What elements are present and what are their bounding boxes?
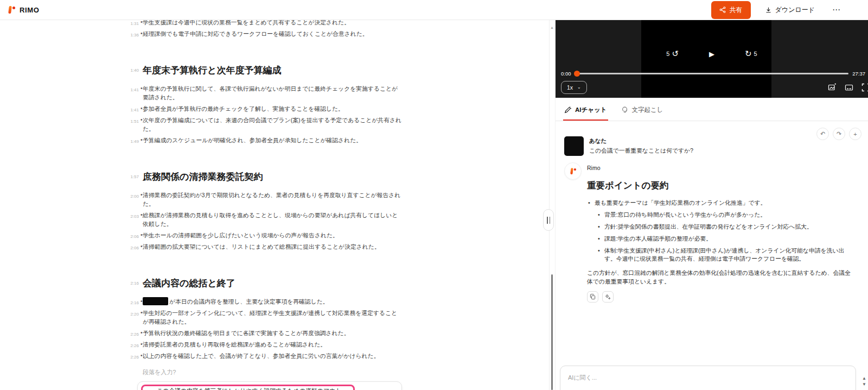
response-actions bbox=[587, 291, 854, 303]
captions-icon[interactable] bbox=[845, 83, 853, 92]
duration: 27:37 bbox=[852, 71, 865, 77]
tab-ai-chat-label: AIチャット bbox=[575, 106, 607, 114]
tab-transcript[interactable]: 文字起こし bbox=[621, 99, 663, 121]
chat-action-buttons: ↶ ↷ + bbox=[816, 128, 861, 140]
section-heading[interactable]: 庶務関係の清掃業務委託契約 bbox=[143, 172, 263, 182]
scroll-down-arrow[interactable]: ▼ bbox=[862, 382, 866, 387]
timestamp-link[interactable]: 2:20 bbox=[128, 310, 139, 319]
scroll-up-arrow[interactable]: ▲ bbox=[862, 376, 866, 381]
redo-button[interactable]: ↷ bbox=[833, 128, 845, 140]
fullscreen-icon[interactable] bbox=[861, 83, 868, 92]
bullet-text[interactable]: 総務課が清掃業務の見積もり取得を進めることとし、現場からの要望があれば共有してほ… bbox=[143, 212, 398, 227]
video-player[interactable]: 5 ↺ ▶ ↻ 5 0:00 27:37 1x ⌄ bbox=[556, 20, 868, 98]
ask-ai-input[interactable] bbox=[567, 374, 851, 381]
assistant-heading: 重要ポイントの要約 bbox=[587, 180, 854, 192]
tab-ai-chat[interactable]: AIチャット bbox=[564, 99, 607, 121]
assistant-message: Rimo 重要ポイントの要約 最も重要なテーマは「学生対応業務のオンライン化推進… bbox=[564, 162, 859, 303]
timestamp-link[interactable]: 1:57 bbox=[128, 174, 139, 179]
timestamp-link[interactable]: 2:06 bbox=[128, 244, 139, 253]
document-scrollbar[interactable]: ▲ bbox=[550, 20, 556, 390]
timestamp-link[interactable]: 2:06 bbox=[128, 232, 139, 241]
section-heading[interactable]: 年度末予算執行と次年度予算編成 bbox=[143, 65, 281, 76]
bullet-text[interactable]: 学生支援課は今週中に現状の業務一覧をまとめて共有することが決定された。 bbox=[143, 20, 350, 26]
forward-5-button[interactable]: ↻ 5 bbox=[742, 48, 761, 59]
bullet-text[interactable]: 参加者全員が予算執行の最終チェックを了解し、実施することを確認した。 bbox=[143, 105, 344, 112]
forward-icon: ↻ bbox=[745, 49, 752, 59]
timestamp-link[interactable]: 2:16 bbox=[128, 281, 139, 286]
share-button[interactable]: 共有 bbox=[711, 1, 751, 19]
assistant-name: Rimo bbox=[587, 165, 854, 171]
bullet-text[interactable]: 清掃委託業者の見積もり再取得を総務課が進めることが確認された。 bbox=[143, 341, 326, 348]
panel-tabs: AIチャット 文字起こし bbox=[556, 98, 868, 121]
timestamp-link[interactable]: 1:31 bbox=[128, 20, 139, 28]
rewind-5-label: 5 bbox=[666, 51, 669, 57]
ask-ai-input-box[interactable] bbox=[560, 366, 856, 390]
timestamp-link[interactable]: 1:36 bbox=[128, 31, 139, 40]
paragraph-input-placeholder[interactable]: 段落を入力? bbox=[143, 368, 402, 376]
user-avatar bbox=[564, 136, 584, 156]
seek-bar[interactable] bbox=[575, 73, 849, 74]
transcript-icon bbox=[621, 106, 629, 114]
download-label: ダウンロード bbox=[775, 5, 815, 15]
copy-button[interactable] bbox=[587, 291, 598, 303]
play-button[interactable]: ▶ bbox=[706, 49, 718, 59]
screenshot-icon[interactable] bbox=[828, 83, 837, 92]
new-chat-button[interactable]: + bbox=[849, 128, 861, 140]
undo-button[interactable]: ↶ bbox=[816, 128, 829, 140]
doc-bullet-row: 2:16 が本日の会議内容を整理し、主要な決定事項を再確認した。 bbox=[128, 297, 402, 306]
scrollbar-up-arrow[interactable]: ▲ bbox=[550, 26, 554, 29]
timestamp-link[interactable]: 2:26 bbox=[128, 330, 139, 339]
bullet-text[interactable]: 経理課側でも電子申請に対応できるワークフローを確認しておくことが合意された。 bbox=[143, 30, 368, 37]
timestamp-link[interactable]: 2:16 bbox=[128, 299, 139, 307]
chevron-down-icon: ⌄ bbox=[577, 86, 581, 89]
timestamp-link[interactable]: 2:26 bbox=[128, 342, 139, 350]
bullet-text[interactable]: 学生ホールの清掃範囲を少し広げたいという現場からの声が報告された。 bbox=[143, 232, 339, 238]
section-heading-row: 1:57 庶務関係の清掃業務委託契約 bbox=[128, 171, 402, 184]
user-message-text: この会議で一番重要なことは何ですか? bbox=[589, 147, 693, 155]
seek-knob[interactable] bbox=[574, 71, 580, 77]
scrollbar-thumb[interactable] bbox=[551, 274, 553, 390]
timestamp-link[interactable]: 1:49 bbox=[128, 137, 139, 146]
rimo-avatar bbox=[564, 162, 582, 180]
rewind-5-button[interactable]: 5 ↺ bbox=[663, 48, 682, 59]
timestamp-link[interactable]: 1:41 bbox=[128, 86, 139, 95]
assistant-sub-point: 方針:奨学金関係の書類提出、在学証明書の発行などをオンライン対応へ拡大。 bbox=[597, 223, 854, 231]
section-heading[interactable]: 会議内容の総括と終了 bbox=[143, 278, 235, 288]
bullet-text[interactable]: 年度末の予算執行に関して、各課で執行漏れがないか明日までに最終チェックを実施する… bbox=[143, 85, 398, 100]
bullet-text[interactable]: が本日の会議内容を整理し、主要な決定事項を再確認した。 bbox=[143, 298, 329, 305]
bullet-text[interactable]: 学生対応の一部オンライン化について、経理課と学生支援課が連携して対応業務を選定す… bbox=[143, 310, 397, 325]
ai-suggestion-item[interactable]: この会議の内容を第三者にわかりやすく説明するための資料のアウトラインを作成して bbox=[141, 385, 355, 390]
top-bar: RIMO 共有 ダウンロード ⋯ bbox=[0, 0, 868, 20]
rimo-logo[interactable]: RIMO bbox=[8, 5, 39, 15]
topbar-actions: 共有 ダウンロード ⋯ bbox=[711, 1, 844, 19]
playback-speed-button[interactable]: 1x ⌄ bbox=[561, 81, 587, 94]
pane-resize-handle[interactable] bbox=[543, 209, 554, 231]
bullet-text[interactable]: 予算執行状況の最終確認を明日までに各課で実施することが再度強調された。 bbox=[143, 330, 349, 336]
document-pane: 1:31 学生支援課は今週中に現状の業務一覧をまとめて共有することが決定された。… bbox=[0, 20, 550, 390]
doc-bullet-row: 2:06 学生ホールの清掃範囲を少し広げたいという現場からの声が報告された。 bbox=[128, 231, 402, 240]
bullet-text[interactable]: 清掃業務の委託契約が3月で期限切れとなるため、業者の見積もりを再度取り直すことが… bbox=[143, 192, 400, 207]
sparkle-icon bbox=[605, 294, 611, 300]
timestamp-link[interactable]: 2:00 bbox=[128, 192, 139, 201]
more-menu-button[interactable]: ⋯ bbox=[829, 4, 844, 16]
bullet-text[interactable]: 以上の内容を確認した上で、会議が終了となり、参加者全員に労いの言葉がかけられた。 bbox=[143, 353, 379, 359]
right-panel: 5 ↺ ▶ ↻ 5 0:00 27:37 1x ⌄ bbox=[556, 20, 868, 390]
assistant-sub-point: 体制:学生支援課(中村さん)と経理課(田中さん)が連携し、オンライン化可能な申請… bbox=[597, 247, 854, 263]
rimo-avatar-icon bbox=[570, 167, 577, 175]
timestamp-link[interactable]: 2:03 bbox=[128, 212, 139, 221]
user-name: あなた bbox=[589, 137, 693, 145]
timestamp-link[interactable]: 1:40 bbox=[128, 68, 139, 73]
timestamp-link[interactable]: 2:26 bbox=[128, 353, 139, 362]
timestamp-link[interactable]: 1:41 bbox=[128, 106, 139, 115]
download-button[interactable]: ダウンロード bbox=[762, 5, 818, 15]
ai-chat-panel: ↶ ↷ + あなた この会議で一番重要なことは何ですか? Rimo 重要ポイント… bbox=[556, 121, 868, 390]
main-area: 1:31 学生支援課は今週中に現状の業務一覧をまとめて共有することが決定された。… bbox=[0, 20, 868, 390]
ai-pen-icon bbox=[564, 106, 572, 114]
timestamp-link[interactable]: 1:51 bbox=[128, 117, 139, 126]
doc-bullet-row: 2:00 清掃業務の委託契約が3月で期限切れとなるため、業者の見積もりを再度取り… bbox=[128, 191, 402, 208]
bullet-text[interactable]: 清掃範囲の拡大要望については、リストにまとめて総務課に提出することが決定された。 bbox=[143, 243, 380, 250]
bullet-text[interactable]: 次年度の予算編成については、来週の合同会議でプラン(案)を提出する予定であること… bbox=[143, 117, 401, 132]
doc-bullet-row: 2:20 学生対応の一部オンライン化について、経理課と学生支援課が連携して対応業… bbox=[128, 309, 402, 326]
regenerate-button[interactable] bbox=[602, 291, 614, 303]
bullet-text[interactable]: 予算編成のスケジュールが明確化され、参加者全員が承知したことが確認された。 bbox=[143, 137, 362, 143]
